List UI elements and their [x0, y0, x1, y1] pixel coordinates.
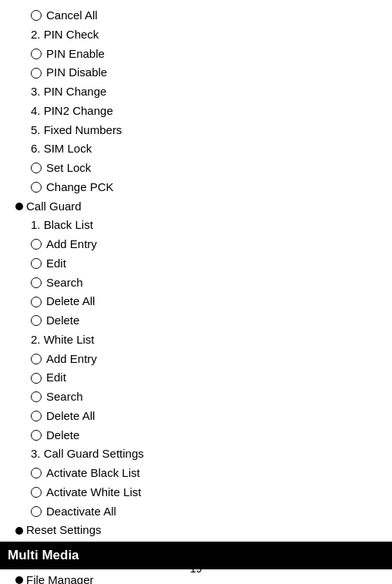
circle-icon — [31, 468, 42, 478]
item-label: Add Entry — [46, 350, 97, 369]
item-label: 3. Call Guard Settings — [31, 445, 144, 464]
list-item: Reset Settings — [15, 521, 377, 540]
circle-icon — [31, 49, 42, 59]
item-label: 2. White List — [31, 331, 95, 350]
list-item: Delete All — [15, 407, 377, 426]
item-label: Activate White List — [46, 483, 141, 502]
circle-icon — [31, 182, 42, 193]
circle-icon — [31, 68, 42, 79]
item-label: Add Entry — [46, 235, 97, 254]
page-number: 19 — [190, 562, 203, 575]
item-label: 6. SIM Lock — [31, 139, 92, 159]
list-item: Add Entry — [15, 350, 377, 369]
item-label: Search — [46, 274, 83, 293]
item-label: Deactivate All — [46, 502, 116, 522]
list-item: Delete — [15, 311, 377, 331]
circle-icon — [31, 354, 42, 364]
list-item: Search — [15, 274, 377, 293]
circle-icon — [31, 373, 42, 384]
circle-icon — [31, 163, 42, 173]
list-item: Call Guard — [15, 197, 377, 216]
item-label: Edit — [46, 254, 66, 274]
item-label: Delete All — [46, 407, 95, 426]
circle-icon — [31, 239, 42, 250]
list-item: Search — [15, 388, 377, 407]
list-item: 2. PIN Check — [15, 25, 377, 45]
circle-icon — [31, 10, 42, 21]
list-item: Activate Black List — [15, 464, 377, 483]
list-item: Delete All — [15, 292, 377, 311]
item-label: 2. PIN Check — [31, 25, 99, 45]
bullet-icon — [15, 203, 23, 210]
list-item: 3. Call Guard Settings — [15, 445, 377, 464]
circle-icon — [31, 297, 42, 307]
item-label: Delete — [46, 426, 79, 445]
item-label: Reset Settings — [26, 521, 102, 540]
item-label: Set Lock — [46, 159, 91, 178]
circle-icon — [31, 506, 42, 517]
circle-icon — [31, 391, 42, 402]
list-item: Edit — [15, 368, 377, 388]
item-label: File Manager — [26, 571, 94, 584]
list-item: PIN Disable — [15, 63, 377, 82]
circle-icon — [31, 277, 42, 288]
item-label: 5. Fixed Numbers — [31, 121, 122, 140]
list-item: Activate White List — [15, 483, 377, 502]
item-label: 4. PIN2 Change — [31, 102, 113, 121]
bullet-icon — [15, 527, 23, 535]
circle-icon — [31, 258, 42, 269]
item-label: Activate Black List — [46, 464, 140, 483]
item-label: Delete — [46, 311, 79, 331]
circle-icon — [31, 430, 42, 441]
circle-icon — [31, 315, 42, 326]
circle-icon — [31, 487, 42, 498]
item-label: Edit — [46, 368, 66, 388]
item-label: Delete All — [46, 292, 95, 311]
list-item: PIN Enable — [15, 45, 377, 64]
list-item: 3. PIN Change — [15, 82, 377, 102]
list-item: Cancel All — [15, 6, 377, 25]
item-label: Cancel All — [46, 6, 98, 25]
item-label: Search — [46, 388, 83, 407]
item-label: PIN Enable — [46, 45, 105, 64]
list-item: Delete — [15, 426, 377, 445]
list-item: 1. Black List — [15, 216, 377, 235]
list-item: Edit — [15, 254, 377, 274]
list-item: 6. SIM Lock — [15, 139, 377, 159]
item-label: Call Guard — [26, 197, 82, 216]
list-item: 4. PIN2 Change — [15, 102, 377, 121]
list-item: Add Entry — [15, 235, 377, 254]
list-item: 5. Fixed Numbers — [15, 121, 377, 140]
main-content: Cancel All2. PIN CheckPIN EnablePIN Disa… — [0, 0, 392, 584]
bullet-icon — [15, 576, 23, 584]
list-item: Set Lock — [15, 159, 377, 178]
item-label: 1. Black List — [31, 216, 93, 235]
item-label: 3. PIN Change — [31, 82, 106, 102]
item-label: PIN Disable — [46, 63, 107, 82]
list-item: Deactivate All — [15, 502, 377, 522]
list-item: 2. White List — [15, 331, 377, 350]
item-label: Change PCK — [46, 178, 114, 197]
circle-icon — [31, 411, 42, 421]
list-item: Change PCK — [15, 178, 377, 197]
